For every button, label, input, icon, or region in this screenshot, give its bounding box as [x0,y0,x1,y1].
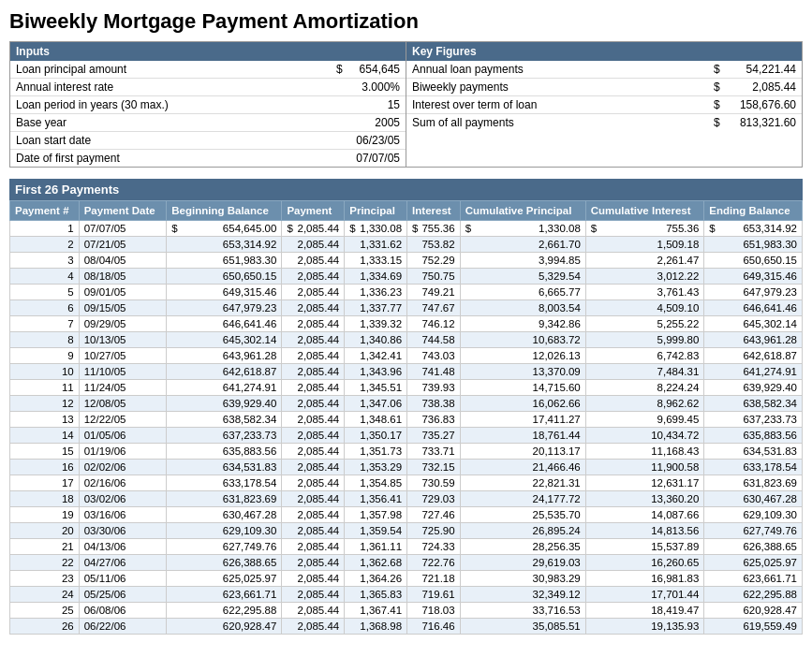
table-cell: 07/21/05 [79,237,167,253]
table-cell: 653,314.92 [167,237,282,253]
table-cell: 2,261.47 [585,253,704,269]
table-cell: 3,761.43 [585,285,704,300]
table-cell: 9,699.45 [585,412,704,428]
table-cell: 2,085.44 [282,571,345,587]
input-row: Date of first payment07/07/05 [10,150,406,167]
table-cell: 2,085.44 [282,507,345,523]
table-cell: 638,582.34 [704,396,803,412]
input-row: Base year2005 [10,114,406,132]
table-cell: 6,665.77 [460,285,585,300]
keyfig-value: $2,085.44 [708,79,802,95]
table-cell: 07/07/05 [79,221,167,237]
table-cell: 630,467.28 [704,491,803,507]
table-cell: 627,749.76 [704,523,803,539]
table-cell: 2,085.44 [282,412,345,428]
table-cell: 620,928.47 [167,619,282,635]
table-cell: 739.93 [407,380,461,396]
table-cell: 20 [10,523,80,539]
input-value: 3.000% [331,79,406,95]
table-cell: 1 [10,221,80,237]
table-cell: 1,356.41 [345,491,407,507]
table-cell: 33,716.53 [460,603,585,619]
table-cell: 2,085.44 [282,555,345,571]
input-label: Annual interest rate [10,79,331,95]
input-row: Loan principal amount$654,645 [10,61,406,79]
table-cell: 735.27 [407,428,461,444]
table-cell: 1,342.41 [345,348,407,364]
table-cell: 12,026.13 [460,348,585,364]
table-cell: 30,983.29 [460,571,585,587]
table-cell: 634,531.83 [167,460,282,475]
table-cell: 11 [10,380,80,396]
table-cell: 9,342.86 [460,316,585,332]
table-cell: 08/18/05 [79,269,167,285]
table-cell: 5 [10,285,80,300]
table-row: 308/04/05651,983.302,085.441,333.15752.2… [10,253,803,269]
table-cell: 623,661.71 [704,571,803,587]
inputs-header: Inputs [10,42,406,61]
keyfigures-section: Key Figures Annual loan payments$54,221.… [406,42,802,167]
table-column-header: Interest [407,201,461,221]
table-row: 1011/10/05642,618.872,085.441,343.96741.… [10,364,803,380]
table-cell: 746.12 [407,316,461,332]
keyfig-row: Biweekly payments$2,085.44 [406,79,802,96]
table-cell: 5,999.80 [585,332,704,348]
table-row: 709/29/05646,641.462,085.441,339.32746.1… [10,316,803,332]
table-cell: 2 [10,237,80,253]
table-cell: 646,641.46 [167,316,282,332]
keyfig-label: Interest over term of loan [406,96,708,113]
table-cell: 2,085.44 [282,332,345,348]
table-cell: 6,742.83 [585,348,704,364]
input-row: Loan period in years (30 max.)15 [10,96,406,114]
table-cell: 626,388.65 [704,539,803,555]
table-cell: 1,365.83 [345,587,407,603]
table-cell: 18 [10,491,80,507]
input-row: Annual interest rate3.000% [10,79,406,96]
table-cell: 21 [10,539,80,555]
table-cell: 24 [10,587,80,603]
table-cell: 719.61 [407,587,461,603]
table-cell: 651,983.30 [704,237,803,253]
table-row: 107/07/05$654,645.00$2,085.44$1,330.08$7… [10,221,803,237]
table-cell: 744.58 [407,332,461,348]
table-cell: 718.03 [407,603,461,619]
table-row: 207/21/05653,314.922,085.441,331.62753.8… [10,237,803,253]
keyfig-label: Sum of all payments [406,114,708,131]
table-cell: 1,345.51 [345,380,407,396]
table-cell: 8 [10,332,80,348]
table-cell: 29,619.03 [460,555,585,571]
table-column-header: Beginning Balance [167,201,282,221]
table-cell: 15,537.89 [585,539,704,555]
table-cell: 647,979.23 [167,300,282,316]
table-column-header: Cumulative Principal [460,201,585,221]
table-cell: 11,168.43 [585,444,704,460]
table-cell: 23 [10,571,80,587]
table-cell: 747.67 [407,300,461,316]
table-cell: 16 [10,460,80,475]
table-cell: 2,085.44 [282,475,345,491]
table-cell: 620,928.47 [704,603,803,619]
table-cell: 12,631.17 [585,475,704,491]
table-row: 810/13/05645,302.142,085.441,340.86744.5… [10,332,803,348]
table-cell: 12/08/05 [79,396,167,412]
table-cell: 18,419.47 [585,603,704,619]
input-value: 2005 [331,114,406,131]
table-cell: 14,087.66 [585,507,704,523]
table-cell: 631,823.69 [167,491,282,507]
table-cell: 729.03 [407,491,461,507]
table-cell: 16,062.66 [460,396,585,412]
table-cell: 11,900.58 [585,460,704,475]
table-cell: 622,295.88 [167,603,282,619]
table-row: 1702/16/06633,178.542,085.441,354.85730.… [10,475,803,491]
table-cell: 15 [10,444,80,460]
inputs-keyfigures-panel: Inputs Loan principal amount$654,645Annu… [9,41,803,168]
table-cell: 13 [10,412,80,428]
table-cell: 2,085.44 [282,491,345,507]
inputs-section: Inputs Loan principal amount$654,645Annu… [10,42,406,167]
table-cell: 2,085.44 [282,253,345,269]
table-column-header: Payment [282,201,345,221]
input-label: Loan principal amount [10,61,331,78]
table-cell: 20,113.17 [460,444,585,460]
table-cell: 7,484.31 [585,364,704,380]
table-cell: 04/27/06 [79,555,167,571]
